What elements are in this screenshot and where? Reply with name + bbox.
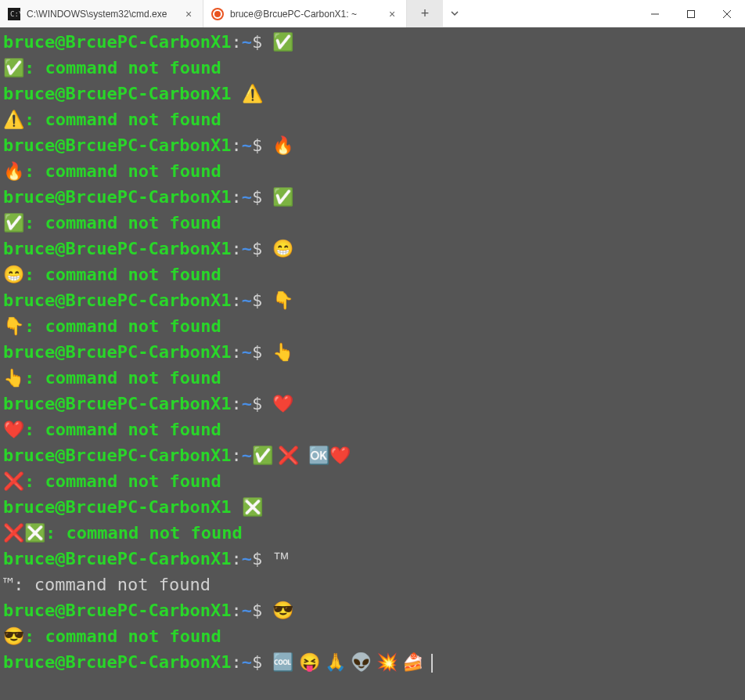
prompt-line: bruce@BrcuePC-CarbonX1:~$ ✅ (3, 29, 742, 55)
svg-text:C:\: C:\ (10, 10, 20, 18)
prompt-line: bruce@BrcuePC-CarbonX1:~$ 👇 (3, 287, 742, 313)
prompt-line: bruce@BrcuePC-CarbonX1:~$ 🔥 (3, 132, 742, 158)
error-line: ❤️: command not found (3, 417, 742, 442)
prompt-line: bruce@BrcuePC-CarbonX1 ⚠️ (3, 81, 742, 106)
error-line: 😁: command not found (3, 262, 742, 287)
tab-ubuntu[interactable]: bruce@BrcuePC-CarbonX1: ~ × (203, 0, 407, 27)
tab-dropdown-button[interactable] (443, 0, 466, 27)
tabs: C:\ C:\WINDOWS\system32\cmd.exe × bruce@… (0, 0, 407, 27)
cmd-icon: C:\ (8, 8, 20, 20)
error-line: 😎: command not found (3, 623, 742, 649)
ubuntu-icon (211, 8, 224, 20)
prompt-line: bruce@BrcuePC-CarbonX1:~$ 👆 (3, 339, 742, 365)
error-line: 🔥: command not found (3, 158, 742, 184)
titlebar: C:\ C:\WINDOWS\system32\cmd.exe × bruce@… (0, 0, 745, 27)
error-line: ✅: command not found (3, 55, 742, 81)
close-window-button[interactable] (709, 0, 745, 27)
close-icon[interactable]: × (386, 8, 398, 20)
error-line: 👆: command not found (3, 365, 742, 391)
prompt-line: bruce@BrcuePC-CarbonX1:~$ 😁 (3, 236, 742, 262)
svg-rect-3 (688, 10, 695, 17)
maximize-button[interactable] (673, 0, 709, 27)
prompt-line: bruce@BrcuePC-CarbonX1:~$ ❤️ (3, 391, 742, 417)
prompt-line: bruce@BrcuePC-CarbonX1:~$ ™ (3, 546, 742, 572)
prompt-line: bruce@BrcuePC-CarbonX1:~✅ ❌ 🆗❤️ (3, 442, 742, 468)
error-line: ❌: command not found (3, 468, 742, 494)
terminal-area[interactable]: bruce@BrcuePC-CarbonX1:~$ ✅✅: command no… (0, 27, 745, 700)
prompt-line: bruce@BrcuePC-CarbonX1:~$ 🆒 😝 🙏 👽 💥 🍰 (3, 649, 742, 675)
tab-actions: + (407, 0, 466, 27)
error-line: ✅: command not found (3, 210, 742, 236)
error-line: ❌❎: command not found (3, 520, 742, 546)
new-tab-button[interactable]: + (407, 0, 443, 27)
prompt-line: bruce@BrcuePC-CarbonX1:~$ 😎 (3, 597, 742, 623)
tab-label: C:\WINDOWS\system32\cmd.exe (27, 9, 176, 20)
tab-cmd[interactable]: C:\ C:\WINDOWS\system32\cmd.exe × (0, 0, 203, 27)
error-line: 👇: command not found (3, 313, 742, 339)
window-controls (637, 0, 745, 27)
error-line: ™: command not found (3, 572, 742, 597)
close-icon[interactable]: × (182, 8, 195, 20)
prompt-line: bruce@BrcuePC-CarbonX1:~$ ✅ (3, 184, 742, 210)
prompt-line: bruce@BrcuePC-CarbonX1 ❎ (3, 494, 742, 520)
minimize-button[interactable] (637, 0, 673, 27)
error-line: ⚠️: command not found (3, 106, 742, 132)
tab-label: bruce@BrcuePC-CarbonX1: ~ (230, 9, 380, 20)
